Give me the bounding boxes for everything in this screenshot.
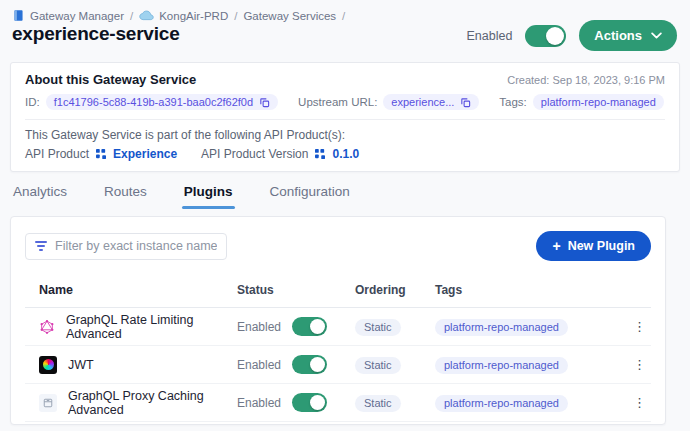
new-plugin-button[interactable]: + New Plugin: [536, 231, 651, 261]
kebab-menu-icon[interactable]: ⋮: [627, 393, 652, 412]
card-divider: [25, 119, 665, 120]
table-row[interactable]: GraphQL Rate Limiting Advanced Enabled S…: [25, 308, 651, 346]
breadcrumb-label: Gateway Services: [243, 10, 336, 22]
toggle-knob: [310, 395, 325, 410]
tab-routes[interactable]: Routes: [104, 184, 147, 209]
created-timestamp: Created: Sep 18, 2023, 9:16 PM: [507, 74, 665, 86]
plugin-status-label: Enabled: [237, 358, 281, 372]
upstream-url-pill: experience...: [383, 94, 479, 110]
toggle-knob: [546, 27, 564, 45]
ordering-badge: Static: [355, 319, 401, 336]
tab-bar: Analytics Routes Plugins Configuration: [13, 184, 350, 209]
tags-pill: platform-repo-managed: [533, 94, 664, 110]
version-blocks-icon: [315, 149, 325, 159]
new-plugin-label: New Plugin: [568, 239, 635, 253]
copy-icon[interactable]: [460, 97, 471, 108]
plus-icon: +: [552, 241, 560, 251]
api-product-version-link[interactable]: 0.1.0: [332, 147, 359, 161]
plugin-filter-box: [25, 233, 227, 260]
service-id-field: ID: f1c41796-5c88-419b-a391-baa0c2f62f0d: [25, 94, 278, 110]
actions-button[interactable]: Actions: [579, 20, 677, 51]
plugins-panel: + New Plugin Name Status Ordering Tags: [10, 216, 666, 425]
breadcrumb-separator: /: [342, 10, 345, 22]
api-products-row: API Product Experience API Product Versi…: [25, 147, 665, 161]
breadcrumb-label: Gateway Manager: [30, 10, 124, 22]
service-id-pill: f1c41796-5c88-419b-a391-baa0c2f62f0d: [46, 94, 278, 110]
header-controls: Enabled Actions: [466, 20, 677, 51]
table-header: Name Status Ordering Tags: [25, 274, 651, 308]
plugin-filter-input[interactable]: [55, 239, 217, 253]
about-card-title: About this Gateway Service: [25, 72, 196, 87]
upstream-url-label: Upstream URL:: [298, 96, 377, 108]
api-product-version-label: API Product Version: [201, 147, 308, 161]
upstream-url-value: experience...: [391, 96, 454, 108]
tag-badge: platform-repo-managed: [435, 357, 568, 374]
breadcrumb-runtime-group[interactable]: KongAir-PRD: [139, 10, 228, 22]
kebab-menu-icon[interactable]: ⋮: [627, 355, 652, 374]
toggle-knob: [310, 319, 325, 334]
service-id-label: ID:: [25, 96, 40, 108]
column-header-tags: Tags: [435, 283, 627, 297]
api-product-link[interactable]: Experience: [113, 147, 177, 161]
column-header-ordering: Ordering: [355, 283, 435, 297]
kebab-menu-icon[interactable]: ⋮: [627, 317, 652, 336]
plugins-toolbar: + New Plugin: [25, 231, 651, 261]
ordering-badge: Static: [355, 395, 401, 412]
tab-analytics[interactable]: Analytics: [13, 184, 67, 209]
plugin-name: GraphQL Rate Limiting Advanced: [66, 313, 237, 341]
tag-badge: platform-repo-managed: [435, 395, 568, 412]
breadcrumb: Gateway Manager / KongAir-PRD / Gateway …: [12, 9, 345, 22]
page-title: experience-service: [12, 23, 180, 45]
toggle-knob: [310, 357, 325, 372]
api-product-label: API Product: [25, 147, 89, 161]
filter-icon: [35, 241, 47, 251]
table-row[interactable]: GraphQL Proxy Caching Advanced Enabled S…: [25, 384, 651, 422]
breadcrumb-label: KongAir-PRD: [159, 10, 228, 22]
table-row[interactable]: JWT Enabled Static platform-repo-managed…: [25, 346, 651, 384]
plugins-table: Name Status Ordering Tags: [25, 274, 651, 422]
tag-badge: platform-repo-managed: [435, 319, 568, 336]
plugin-status-label: Enabled: [237, 396, 281, 410]
tab-plugins[interactable]: Plugins: [184, 184, 233, 209]
chevron-down-icon: [651, 32, 662, 39]
about-gateway-service-card: About this Gateway Service Created: Sep …: [10, 62, 680, 172]
upstream-url-field: Upstream URL: experience...: [298, 94, 479, 110]
service-enabled-label: Enabled: [466, 29, 512, 43]
cache-box-icon: [39, 394, 57, 412]
tags-value: platform-repo-managed: [541, 96, 656, 108]
breadcrumb-gateway-manager[interactable]: Gateway Manager: [12, 9, 124, 22]
gateway-service-page: Gateway Manager / KongAir-PRD / Gateway …: [0, 0, 690, 431]
copy-icon[interactable]: [259, 97, 270, 108]
plugin-enabled-toggle[interactable]: [292, 355, 327, 374]
tags-label: Tags:: [499, 96, 527, 108]
column-header-status: Status: [237, 283, 355, 297]
gateway-manager-icon: [12, 9, 25, 22]
ordering-badge: Static: [355, 357, 401, 374]
breadcrumb-separator: /: [130, 10, 133, 22]
plugin-status-label: Enabled: [237, 320, 281, 334]
graphql-icon: [39, 319, 55, 335]
breadcrumb-separator: /: [234, 10, 237, 22]
breadcrumb-gateway-services[interactable]: Gateway Services: [243, 10, 336, 22]
tags-field: Tags: platform-repo-managed: [499, 94, 663, 110]
service-id-value: f1c41796-5c88-419b-a391-baa0c2f62f0d: [54, 96, 253, 108]
plugin-name: JWT: [68, 358, 94, 372]
column-header-name: Name: [25, 283, 237, 297]
product-blocks-icon: [96, 149, 106, 159]
plugin-enabled-toggle[interactable]: [292, 393, 327, 412]
plugin-name: GraphQL Proxy Caching Advanced: [68, 389, 237, 417]
actions-button-label: Actions: [594, 28, 642, 43]
api-products-intro: This Gateway Service is part of the foll…: [25, 128, 665, 142]
plugin-enabled-toggle[interactable]: [292, 317, 327, 336]
service-enabled-toggle[interactable]: [525, 25, 566, 47]
cloud-icon: [139, 10, 154, 21]
jwt-icon: [39, 356, 57, 374]
tab-configuration[interactable]: Configuration: [270, 184, 350, 209]
